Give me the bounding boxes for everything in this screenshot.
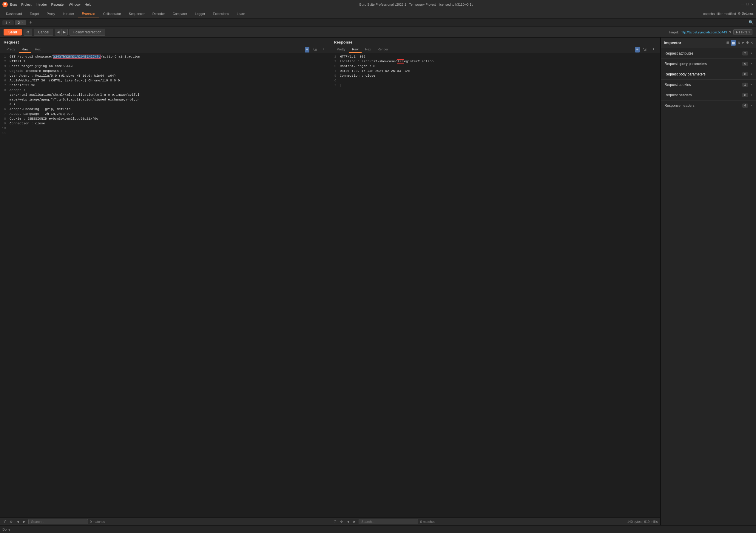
menu-repeater[interactable]: Repeater xyxy=(51,3,65,6)
inspector-settings-icon[interactable]: ⚙ xyxy=(746,40,748,46)
inspector-request-attributes[interactable]: Request attributes 2 › xyxy=(661,48,756,59)
response-search-input[interactable] xyxy=(359,519,418,524)
title-bar: B Burp Project Intruder Repeater Window … xyxy=(0,0,756,9)
cancel-button[interactable]: Cancel xyxy=(34,29,53,36)
http-version-badge[interactable]: HTTP/1 ℹ xyxy=(733,29,752,35)
repeater-tab-1[interactable]: 1 ✕ xyxy=(2,20,14,25)
settings-button[interactable]: ⚙ Settings xyxy=(738,12,754,15)
close-tab-2-icon[interactable]: ✕ xyxy=(21,21,23,24)
request-search-input[interactable] xyxy=(28,519,88,524)
inspector-icons: ▦ ▤ ⇅ ⇌ ⚙ ✕ xyxy=(726,40,753,46)
tab-learn[interactable]: Learn xyxy=(233,9,249,18)
request-menu-icon[interactable]: ⋮ xyxy=(320,46,326,52)
tab-comparer[interactable]: Comparer xyxy=(169,9,191,18)
menu-bar[interactable]: Burp Project Intruder Repeater Window He… xyxy=(10,3,91,6)
main-content: Request Pretty Raw Hex ≡ \n ⋮ 1 GET /str… xyxy=(0,38,756,525)
request-tab-hex[interactable]: Hex xyxy=(32,46,44,53)
request-status-prev-icon[interactable]: ◀ xyxy=(15,519,20,525)
toolbar: Send ⚙ Cancel ◀ ▶ Follow redirection Tar… xyxy=(0,27,756,38)
menu-window[interactable]: Window xyxy=(69,3,81,6)
tab-decoder[interactable]: Decoder xyxy=(149,9,169,18)
repeater-tab-2[interactable]: 2 ✕ xyxy=(15,20,26,25)
inspector-request-cookies[interactable]: Request cookies 1 › xyxy=(661,80,756,90)
response-headers-chevron: › xyxy=(750,103,752,108)
response-status-gear-icon[interactable]: ⚙ xyxy=(339,519,344,525)
tab-logger[interactable]: Logger xyxy=(191,9,208,18)
response-tab-icons: ≡ \n ⋮ xyxy=(635,46,657,52)
tab-extensions[interactable]: Extensions xyxy=(209,9,233,18)
response-wrap-icon[interactable]: ≡ xyxy=(635,47,640,52)
repeater-search-icon[interactable]: 🔍 xyxy=(748,20,754,25)
menu-burp[interactable]: Burp xyxy=(10,3,17,6)
request-line-3: 3 Host: target.yijinglab.com:55449 xyxy=(0,64,330,68)
prev-request-button[interactable]: ◀ xyxy=(55,29,62,35)
inspector-request-headers[interactable]: Request headers 8 › xyxy=(661,90,756,100)
request-attributes-count: 2 xyxy=(742,51,748,56)
tab-dashboard[interactable]: Dashboard xyxy=(2,9,26,18)
request-wrap-icon[interactable]: ≡ xyxy=(305,47,310,52)
window-controls[interactable]: ─ □ ✕ xyxy=(742,2,754,7)
inspector-close-icon[interactable]: ✕ xyxy=(751,40,753,46)
request-tabs: Pretty Raw Hex ≡ \n ⋮ xyxy=(4,46,326,53)
tab-collaborator[interactable]: Collaborator xyxy=(100,9,125,18)
minimize-button[interactable]: ─ xyxy=(742,2,744,7)
request-status-gear-icon[interactable]: ⚙ xyxy=(9,519,14,525)
response-status-bar: ? ⚙ ◀ ▶ 0 matches 140 bytes | 919 millis xyxy=(330,518,660,525)
next-request-button[interactable]: ▶ xyxy=(62,29,68,35)
title-bar-left: B Burp Project Intruder Repeater Window … xyxy=(2,2,91,7)
edit-target-icon[interactable]: ✎ xyxy=(729,30,732,34)
response-status-prev-icon[interactable]: ◀ xyxy=(346,519,351,525)
request-line-1: 1 GET /struts2-showcase/%24%7b%28%31%2b%… xyxy=(0,54,330,59)
request-line-7: 7 Safari/537.36 xyxy=(0,83,330,88)
response-line-6: 6 xyxy=(330,78,660,83)
tab-sequencer[interactable]: Sequencer xyxy=(125,9,148,18)
menu-intruder[interactable]: Intruder xyxy=(36,3,47,6)
menu-help[interactable]: Help xyxy=(85,3,92,6)
inspector-view-icon-1[interactable]: ▦ xyxy=(726,40,729,46)
response-help-icon[interactable]: ? xyxy=(333,519,338,524)
tab-target[interactable]: Target xyxy=(26,9,43,18)
inspector-response-headers[interactable]: Response headers 4 › xyxy=(661,100,756,111)
settings-gear-button[interactable]: ⚙ xyxy=(24,29,32,36)
response-tab-render[interactable]: Render xyxy=(374,46,391,53)
close-tab-1-icon[interactable]: ✕ xyxy=(8,21,11,24)
response-tab-hex[interactable]: Hex xyxy=(362,46,374,53)
inspector-request-body-params[interactable]: Request body parameters 0 › xyxy=(661,69,756,80)
captcha-killer-label[interactable]: captcha-killer-modified xyxy=(703,12,736,15)
request-body-params-label: Request body parameters xyxy=(664,72,742,76)
add-tab-button[interactable]: + xyxy=(27,20,34,25)
request-newline-icon[interactable]: \n xyxy=(311,47,318,52)
request-tab-pretty[interactable]: Pretty xyxy=(4,46,18,53)
send-button[interactable]: Send xyxy=(4,29,22,36)
inspector-align-icon[interactable]: ⇌ xyxy=(742,40,744,46)
response-panel-header: Response Pretty Raw Hex Render ≡ \n ⋮ xyxy=(330,38,660,53)
maximize-button[interactable]: □ xyxy=(746,2,748,7)
request-line-9: text/html,application/xhtml+xml,applicat… xyxy=(0,93,330,97)
response-menu-icon[interactable]: ⋮ xyxy=(650,46,657,52)
request-help-icon[interactable]: ? xyxy=(2,519,7,524)
highlighted-payload: %24%7b%28%31%2b%31%29%7d xyxy=(53,55,100,59)
tab-proxy[interactable]: Proxy xyxy=(43,9,59,18)
inspector-title: Inspector xyxy=(664,40,681,45)
follow-redirection-button[interactable]: Follow redirection xyxy=(69,29,105,36)
response-tab-raw[interactable]: Raw xyxy=(349,46,362,53)
response-status-next-icon[interactable]: ▶ xyxy=(352,519,357,525)
request-cookies-chevron: › xyxy=(750,83,752,87)
close-button[interactable]: ✕ xyxy=(751,2,754,7)
response-newline-icon[interactable]: \n xyxy=(641,47,649,52)
request-tab-raw[interactable]: Raw xyxy=(19,46,31,53)
tab-repeater[interactable]: Repeater xyxy=(78,9,99,18)
inspector-request-query-params[interactable]: Request query parameters 0 › xyxy=(661,59,756,69)
inspector-view-icon-2[interactable]: ▤ xyxy=(731,40,736,46)
response-tab-pretty[interactable]: Pretty xyxy=(334,46,348,53)
inspector-sort-icon[interactable]: ⇅ xyxy=(738,40,740,46)
tab-intruder[interactable]: Intruder xyxy=(59,9,78,18)
response-code-area[interactable]: 1 HTTP/1.1 302 2 Location : /struts2-sho… xyxy=(330,53,660,518)
menu-project[interactable]: Project xyxy=(21,3,31,6)
app-logo: B xyxy=(2,2,8,7)
request-status-next-icon[interactable]: ▶ xyxy=(22,519,27,525)
response-title: Response xyxy=(334,40,657,44)
request-line-16: 10 xyxy=(0,126,330,131)
request-code-area[interactable]: 1 GET /struts2-showcase/%24%7b%28%31%2b%… xyxy=(0,53,330,518)
request-headers-chevron: › xyxy=(750,93,752,97)
